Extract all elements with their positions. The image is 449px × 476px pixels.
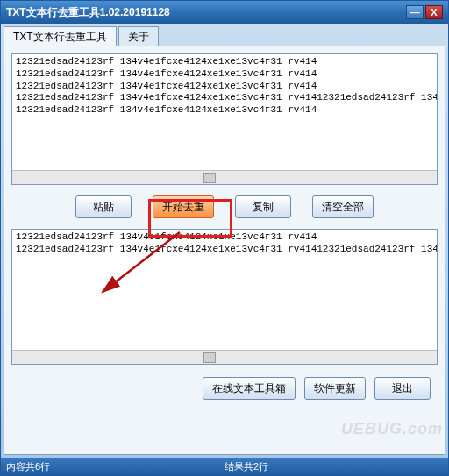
update-button[interactable]: 软件更新: [304, 377, 366, 400]
toolbox-button[interactable]: 在线文本工具箱: [203, 377, 296, 400]
tab-about[interactable]: 关于: [118, 26, 159, 46]
clear-button[interactable]: 清空全部: [312, 195, 374, 218]
main-panel: 粘贴 开始去重 复制 清空全部 在线文本工具箱 软件更新 退出: [4, 46, 445, 455]
status-left: 内容共6行: [6, 460, 224, 473]
client-area: TXT文本行去重工具 关于 粘贴 开始去重 复制 清空全部 在线文本工具箱 软件…: [1, 24, 448, 458]
input-hscrollbar[interactable]: [12, 170, 437, 184]
input-textbox-wrap: [11, 53, 438, 185]
app-window: TXT文本行去重工具1.02.20191128 — X TXT文本行去重工具 关…: [0, 0, 449, 476]
window-title: TXT文本行去重工具1.02.20191128: [6, 5, 404, 20]
statusbar: 内容共6行 结果共2行: [1, 458, 448, 475]
action-button-row: 粘贴 开始去重 复制 清空全部: [11, 192, 438, 222]
paste-button[interactable]: 粘贴: [75, 195, 132, 218]
exit-button[interactable]: 退出: [374, 377, 431, 400]
bottom-button-row: 在线文本工具箱 软件更新 退出: [11, 372, 438, 405]
dedupe-button[interactable]: 开始去重: [153, 195, 214, 218]
minimize-button[interactable]: —: [406, 5, 424, 19]
copy-button[interactable]: 复制: [235, 195, 291, 218]
status-center: 结果共2行: [224, 460, 443, 473]
tabbar: TXT文本行去重工具 关于: [4, 26, 445, 46]
output-hscrollbar[interactable]: [12, 350, 437, 364]
output-textbox[interactable]: [12, 230, 437, 350]
titlebar[interactable]: TXT文本行去重工具1.02.20191128 — X: [1, 1, 448, 24]
tab-main[interactable]: TXT文本行去重工具: [4, 26, 117, 46]
input-textbox[interactable]: [12, 54, 437, 170]
output-textbox-wrap: [11, 229, 438, 365]
close-button[interactable]: X: [425, 5, 443, 19]
